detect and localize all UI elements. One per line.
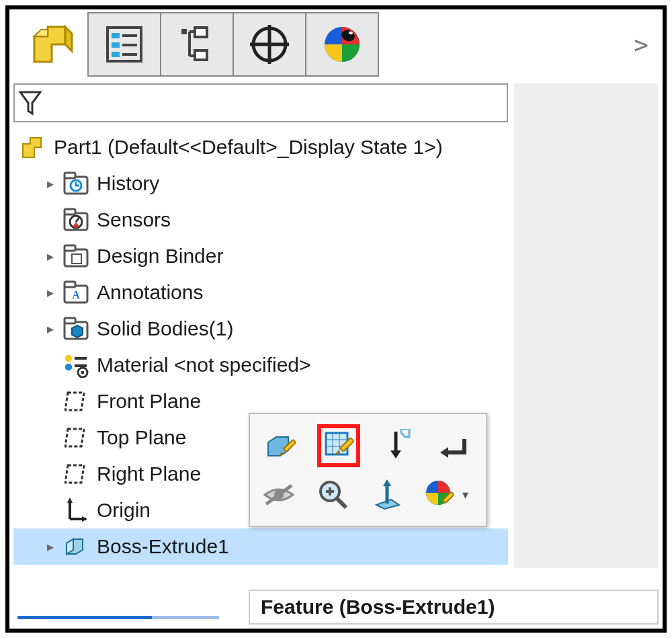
svg-rect-12	[181, 29, 187, 34]
appearances-button[interactable]: ▾	[425, 476, 474, 514]
edit-feature-icon	[264, 429, 298, 463]
svg-marker-75	[383, 479, 391, 486]
panel-tabstrip: >	[15, 12, 655, 82]
svg-marker-66	[440, 447, 448, 458]
part-icon	[28, 20, 76, 69]
feature-manager-panel: > Part1 (Default<<Default>_Display State…	[5, 5, 667, 633]
expander-icon[interactable]: ▸	[43, 539, 58, 555]
tree-item-label: Sensors	[97, 208, 171, 231]
tree-item-label: Material <not specified>	[97, 354, 311, 376]
svg-rect-30	[72, 254, 81, 264]
hide-button[interactable]	[262, 476, 296, 514]
expander-icon[interactable]: ▸	[43, 248, 58, 264]
suppress-button[interactable]	[378, 427, 415, 465]
svg-marker-1	[65, 27, 72, 51]
tree-item-label: History	[97, 172, 159, 195]
property-manager-icon	[103, 24, 145, 65]
expander-icon[interactable]: ▸	[43, 175, 58, 192]
context-tooltip: Feature (Boss-Extrude1)	[249, 590, 659, 625]
tree-item-sensors[interactable]: ▸ Sensors	[13, 202, 508, 238]
context-toolbar: ▾	[249, 413, 487, 527]
solid-bodies-folder-icon	[60, 315, 91, 342]
appearances-icon	[425, 479, 456, 510]
tree-item-label: Top Plane	[97, 426, 186, 449]
origin-icon	[60, 497, 91, 524]
svg-rect-25	[65, 209, 75, 214]
annotations-folder-icon: A	[60, 279, 91, 306]
svg-marker-20	[23, 138, 41, 157]
svg-rect-32	[65, 282, 75, 287]
svg-marker-45	[65, 429, 84, 446]
zoom-icon	[317, 478, 350, 512]
expander-icon[interactable]: ▸	[43, 321, 58, 337]
svg-marker-44	[65, 393, 84, 410]
tab-dimxpert-manager[interactable]	[233, 12, 306, 77]
svg-marker-50	[82, 516, 87, 522]
suppress-icon	[380, 429, 413, 463]
folder-icon	[60, 243, 91, 270]
svg-point-39	[65, 364, 72, 370]
rollback-button[interactable]	[435, 427, 473, 465]
tab-overflow-button[interactable]: >	[628, 12, 655, 77]
svg-rect-5	[112, 42, 120, 48]
svg-rect-10	[195, 28, 207, 37]
tree-root-label: Part1 (Default<<Default>_Display State 1…	[54, 136, 443, 159]
normal-to-button[interactable]	[371, 476, 405, 514]
rollback-icon	[439, 432, 470, 459]
svg-rect-22	[65, 173, 75, 178]
part-icon	[17, 134, 48, 161]
tree-item-material[interactable]: ▸ Material <not specified>	[13, 347, 508, 383]
svg-text:A: A	[72, 289, 80, 301]
graphics-area-sliver	[513, 83, 659, 568]
edit-sketch-button[interactable]	[320, 427, 358, 465]
sensors-folder-icon	[60, 206, 91, 233]
plane-icon	[60, 461, 91, 487]
dimxpert-icon	[249, 24, 290, 65]
feature-tree: Part1 (Default<<Default>_Display State 1…	[13, 129, 508, 622]
tree-item-label: Boss-Extrude1	[97, 535, 229, 558]
dropdown-caret-icon: ▾	[462, 487, 468, 502]
tree-item-solid-bodies[interactable]: ▸ Solid Bodies(1)	[13, 311, 508, 347]
expander-icon[interactable]: ▸	[43, 284, 58, 301]
tree-item-label: Right Plane	[97, 463, 201, 485]
svg-marker-36	[72, 325, 83, 337]
svg-point-37	[65, 355, 72, 362]
tree-item-history[interactable]: ▸ History	[13, 165, 508, 202]
history-folder-icon	[60, 170, 91, 197]
svg-rect-35	[65, 318, 75, 323]
svg-rect-29	[65, 245, 75, 251]
tree-root[interactable]: Part1 (Default<<Default>_Display State 1…	[13, 129, 508, 165]
svg-rect-4	[112, 33, 120, 38]
tab-property-manager[interactable]	[87, 12, 161, 77]
svg-marker-65	[401, 429, 409, 437]
filter-input[interactable]	[13, 83, 508, 122]
tree-item-label: Design Binder	[97, 245, 223, 268]
svg-rect-43	[81, 371, 84, 374]
tree-item-design-binder[interactable]: ▸ Design Binder	[13, 238, 508, 274]
material-icon	[60, 352, 91, 378]
svg-rect-6	[112, 52, 120, 57]
funnel-icon	[19, 89, 42, 116]
tab-display-manager[interactable]	[305, 12, 379, 77]
tree-item-boss-extrude[interactable]: ▸ Boss-Extrude1	[13, 528, 508, 565]
tree-item-annotations[interactable]: ▸ A Annotations	[13, 274, 508, 311]
tree-item-label: Origin	[97, 499, 151, 522]
zoom-to-selection-button[interactable]	[317, 476, 351, 514]
edit-feature-button[interactable]	[262, 427, 300, 465]
svg-marker-2	[34, 30, 48, 36]
svg-marker-19	[20, 92, 40, 114]
plane-icon	[60, 388, 91, 415]
svg-marker-46	[65, 465, 84, 483]
svg-marker-49	[67, 497, 73, 503]
plane-icon	[60, 424, 91, 451]
extrude-icon	[60, 533, 91, 560]
configuration-manager-icon	[176, 24, 218, 65]
tree-item-label: Front Plane	[97, 390, 201, 413]
context-tooltip-text: Feature (Boss-Extrude1)	[261, 596, 495, 619]
tab-feature-manager[interactable]	[15, 12, 89, 77]
hide-icon	[262, 483, 296, 507]
normal-to-icon	[371, 478, 405, 512]
svg-rect-11	[195, 50, 207, 60]
svg-line-72	[337, 498, 346, 508]
tab-configuration-manager[interactable]	[160, 12, 234, 77]
